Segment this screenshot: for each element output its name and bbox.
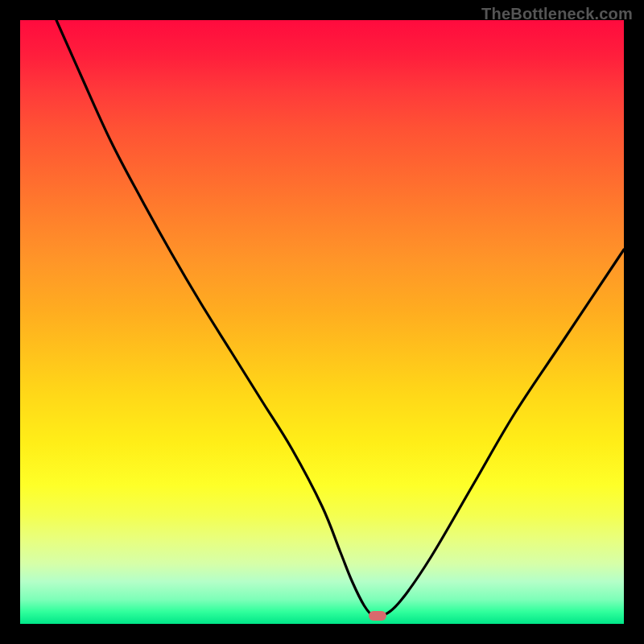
watermark-text: TheBottleneck.com [481,5,633,23]
bottleneck-curve-line [56,20,624,617]
chart-svg [20,20,624,624]
optimal-point-marker [369,611,386,621]
chart-plot-area [20,20,624,624]
